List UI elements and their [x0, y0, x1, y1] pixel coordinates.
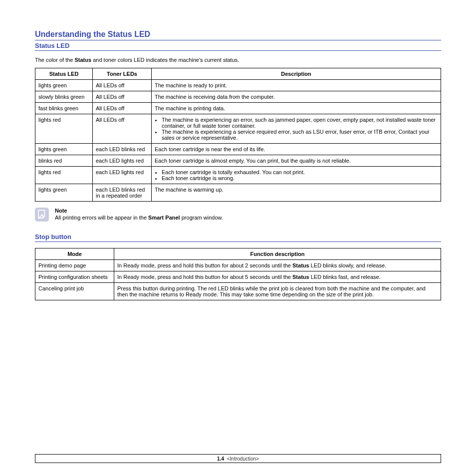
- list-item: The machine is experiencing a service re…: [162, 129, 438, 141]
- intro-pre: The color of the: [35, 57, 75, 63]
- table-header-row: Status LED Toner LEDs Description: [35, 68, 441, 80]
- func-post: LED blinks slowly, and release.: [311, 262, 386, 268]
- note-text: All printing errors will be appear in th…: [55, 215, 223, 221]
- subsection-title: Stop button: [35, 232, 441, 242]
- note-icon: [35, 208, 49, 222]
- table-header-row: Mode Function description: [35, 248, 441, 260]
- table-row: blinks red each LED lights red Each tone…: [35, 155, 441, 167]
- cell-status: lights green: [35, 80, 93, 91]
- func-pre: In Ready mode, press and hold this butto…: [117, 274, 292, 280]
- table-row: fast blinks green All LEDs off The machi…: [35, 103, 441, 114]
- cell-mode: Printing demo page: [35, 260, 114, 271]
- table-row: lights green each LED blinks red in a re…: [35, 184, 441, 202]
- note-body: Note All printing errors will be appear …: [55, 208, 223, 221]
- footer-page-suffix: .4: [220, 456, 224, 462]
- section-stop-button: Stop button Mode Function description Pr…: [35, 232, 441, 300]
- cell-toner: All LEDs off: [93, 114, 152, 144]
- note: Note All printing errors will be appear …: [35, 208, 441, 222]
- status-led-table: Status LED Toner LEDs Description lights…: [35, 68, 441, 202]
- intro-text: The color of the Status and toner colors…: [35, 57, 441, 63]
- note-bold: Smart Panel: [148, 215, 180, 221]
- cell-toner: All LEDs off: [93, 103, 152, 114]
- col-status-led: Status LED: [35, 68, 93, 80]
- cell-toner: each LED lights red: [93, 155, 152, 167]
- cell-desc: Each toner cartridge is totally exhauste…: [152, 167, 441, 184]
- cell-status: slowly blinks green: [35, 91, 93, 103]
- table-row: lights green each LED blinks red Each to…: [35, 144, 441, 155]
- func-bold: Status: [292, 262, 309, 268]
- section-title: Understanding the Status LED: [35, 30, 441, 40]
- cell-desc: The machine is printing data.: [152, 103, 441, 114]
- cell-status: lights green: [35, 184, 93, 202]
- footer-box: 1.4 <Introduction>: [35, 454, 441, 463]
- cell-desc: The machine is warming up.: [152, 184, 441, 202]
- list-item: Each toner cartridge is wrong.: [162, 175, 438, 181]
- subsection-title: Status LED: [35, 40, 441, 51]
- func-bold: Status: [292, 274, 309, 280]
- table-row: Printing configuration sheets In Ready m…: [35, 271, 441, 283]
- cell-status: lights red: [35, 114, 93, 144]
- note-pre: All printing errors will be appear in th…: [55, 215, 148, 221]
- cell-toner: All LEDs off: [93, 80, 152, 91]
- cell-toner: each LED blinks red in a repeated order: [93, 184, 152, 202]
- col-mode: Mode: [35, 248, 114, 260]
- intro-post: and toner colors LED indicates the machi…: [93, 57, 239, 63]
- list-item: Each toner cartridge is totally exhauste…: [162, 169, 438, 175]
- cell-desc: The machine is experiencing an error, su…: [152, 114, 441, 144]
- cell-mode: Printing configuration sheets: [35, 271, 114, 283]
- cell-status: lights red: [35, 167, 93, 184]
- table-row: Printing demo page In Ready mode, press …: [35, 260, 441, 271]
- cell-desc: Each toner cartridge is almost empty. Yo…: [152, 155, 441, 167]
- col-toner-leds: Toner LEDs: [93, 68, 152, 80]
- func-post: LED blinks fast, and release.: [311, 274, 381, 280]
- note-label: Note: [55, 208, 223, 214]
- page-footer: 1.4 <Introduction>: [35, 454, 441, 463]
- cell-func: In Ready mode, press and hold this butto…: [114, 271, 441, 283]
- col-description: Description: [152, 68, 441, 80]
- cell-toner: each LED blinks red: [93, 144, 152, 155]
- cell-func: In Ready mode, press and hold this butto…: [114, 260, 441, 271]
- cell-toner: each LED lights red: [93, 167, 152, 184]
- table-row: lights green All LEDs off The machine is…: [35, 80, 441, 91]
- footer-chapter: <Introduction>: [227, 456, 259, 462]
- cell-mode: Canceling print job: [35, 283, 114, 300]
- cell-desc: The machine is receiving data from the c…: [152, 91, 441, 103]
- section-status-led: Understanding the Status LED Status LED …: [35, 30, 441, 222]
- func-pre: In Ready mode, press and hold this butto…: [117, 262, 292, 268]
- footer-page: 1.4: [217, 456, 224, 462]
- table-row: lights red each LED lights red Each tone…: [35, 167, 441, 184]
- cell-toner: All LEDs off: [93, 91, 152, 103]
- cell-func: Press this button during printing. The r…: [114, 283, 441, 300]
- list-item: The machine is experiencing an error, su…: [162, 117, 438, 129]
- desc-list: Each toner cartridge is totally exhauste…: [155, 169, 438, 181]
- col-function: Function description: [114, 248, 441, 260]
- table-row: slowly blinks green All LEDs off The mac…: [35, 91, 441, 103]
- cell-desc: The machine is ready to print.: [152, 80, 441, 91]
- intro-bold: Status: [75, 57, 92, 63]
- desc-list: The machine is experiencing an error, su…: [155, 117, 438, 141]
- note-post: program window.: [182, 215, 223, 221]
- table-row: lights red All LEDs off The machine is e…: [35, 114, 441, 144]
- cell-status: fast blinks green: [35, 103, 93, 114]
- table-row: Canceling print job Press this button du…: [35, 283, 441, 300]
- cell-status: blinks red: [35, 155, 93, 167]
- stop-button-table: Mode Function description Printing demo …: [35, 248, 441, 300]
- cell-desc: Each toner cartridge is near the end of …: [152, 144, 441, 155]
- cell-status: lights green: [35, 144, 93, 155]
